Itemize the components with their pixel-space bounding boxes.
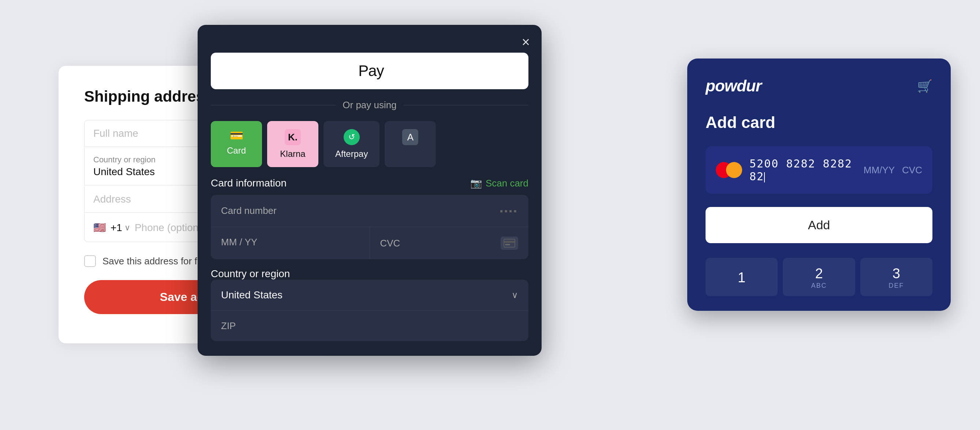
scan-icon: 📷 <box>470 178 482 189</box>
country-value: United States <box>93 166 155 177</box>
mastercard-icon <box>716 162 742 178</box>
numkey-2[interactable]: 2 ABC <box>783 258 855 296</box>
full-name-placeholder: Full name <box>93 128 138 139</box>
add-button[interactable]: Add <box>706 207 932 243</box>
card-number-label: Card number <box>221 205 277 216</box>
numkey-3[interactable]: 3 DEF <box>860 258 932 296</box>
payment-modal: × Pay Or pay using 💳 Card K. Klarna ↺ Af… <box>197 25 542 356</box>
card-bottom-row: MM / YY CVC <box>211 227 528 259</box>
afterpay-tab-label: Afterpay <box>335 149 368 159</box>
tab-afterpay[interactable]: ↺ Afterpay <box>323 121 380 167</box>
address-placeholder: Address <box>93 194 131 205</box>
more-tab-icon: A <box>402 129 418 145</box>
divider: Or pay using <box>211 100 528 111</box>
numkey-1[interactable]: 1 <box>706 258 778 296</box>
zip-label: ZIP <box>221 320 235 331</box>
card-number-row[interactable]: Card number ▪▪▪▪ <box>211 195 528 227</box>
country-region-section: Country or region United States ∨ ZIP <box>197 268 542 341</box>
divider-right <box>403 105 528 105</box>
mm-yy-display: MM/YY <box>864 165 895 176</box>
numkey-2-main: 2 <box>815 267 822 281</box>
chevron-down-icon: ∨ <box>512 290 518 300</box>
numkey-1-main: 1 <box>738 271 745 284</box>
afterpay-tab-icon: ↺ <box>344 129 360 145</box>
card-info-title: Card information <box>211 177 286 189</box>
card-number-dots: ▪▪▪▪ <box>500 206 518 216</box>
klarna-tab-label: Klarna <box>280 149 305 159</box>
cvc-display: CVC <box>902 165 922 176</box>
payment-tabs: 💳 Card K. Klarna ↺ Afterpay A <box>211 121 528 167</box>
add-card-title: Add card <box>706 113 932 132</box>
card-info-box: Card number ▪▪▪▪ MM / YY CVC <box>211 195 528 259</box>
numkey-2-sub: ABC <box>811 282 827 290</box>
phone-chevron-icon: ∨ <box>124 223 130 233</box>
svg-rect-2 <box>505 244 510 245</box>
cvc-field[interactable]: CVC <box>370 227 529 259</box>
cart-icon: 🛒 <box>917 79 932 93</box>
card-number-display[interactable]: 5200 8282 8282 82 <box>749 157 856 183</box>
numkey-3-sub: DEF <box>889 282 904 290</box>
country-region-title: Country or region <box>211 268 290 279</box>
us-flag-icon: 🇺🇸 <box>93 222 106 234</box>
cvc-card-icon <box>501 236 518 250</box>
zip-field[interactable]: ZIP <box>211 311 528 341</box>
scan-card-label: Scan card <box>485 178 528 189</box>
modal-header: × <box>197 25 542 52</box>
mm-yy-field[interactable]: MM / YY <box>211 227 370 259</box>
scan-card-button[interactable]: 📷 Scan card <box>470 178 528 189</box>
close-button[interactable]: × <box>522 35 530 49</box>
card-tab-icon: 💳 <box>230 129 243 142</box>
country-selected: United States <box>221 289 283 301</box>
tab-card[interactable]: 💳 Card <box>211 121 262 167</box>
powdur-header: powdur 🛒 <box>706 77 932 95</box>
powdur-card: powdur 🛒 Add card 5200 8282 8282 82 MM/Y… <box>687 59 951 311</box>
card-info-section: Card information 📷 Scan card <box>211 177 528 189</box>
numpad: 1 2 ABC 3 DEF <box>706 258 932 296</box>
svg-rect-0 <box>504 239 515 247</box>
numkey-3-main: 3 <box>892 267 900 281</box>
phone-code: +1 ∨ <box>110 222 130 234</box>
svg-rect-1 <box>504 241 515 243</box>
country-select[interactable]: United States ∨ <box>211 280 528 311</box>
tab-more[interactable]: A <box>385 121 436 167</box>
apple-pay-button[interactable]: Pay <box>211 52 528 89</box>
tab-klarna[interactable]: K. Klarna <box>267 121 318 167</box>
cursor <box>764 172 765 182</box>
klarna-tab-icon: K. <box>285 129 301 145</box>
mm-yy-label: MM / YY <box>221 236 257 248</box>
apple-pay-label: Pay <box>355 62 383 80</box>
powdur-logo: powdur <box>706 77 762 95</box>
virtual-card: 5200 8282 8282 82 MM/YY CVC <box>706 146 932 194</box>
cvc-label: CVC <box>380 238 400 249</box>
or-pay-using-label: Or pay using <box>342 100 396 111</box>
divider-left <box>211 105 336 105</box>
card-tab-label: Card <box>227 146 246 156</box>
save-address-checkbox[interactable] <box>84 255 96 267</box>
